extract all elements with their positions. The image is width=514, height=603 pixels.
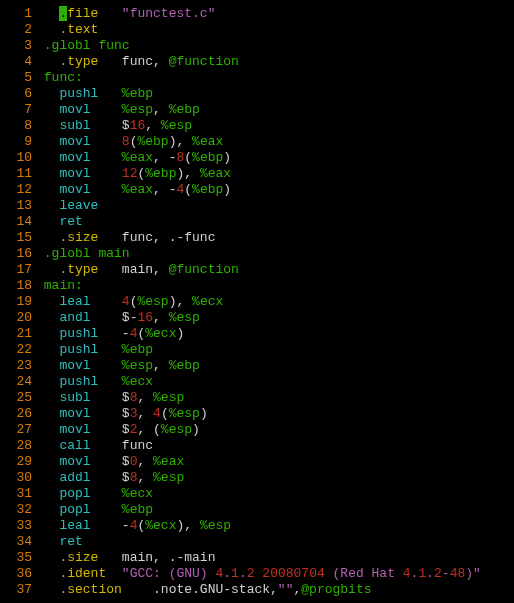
tok-pl	[36, 390, 59, 405]
tok-red: 4	[153, 406, 161, 421]
tok-pl	[36, 502, 59, 517]
code-line-37: 37 .section .note.GNU-stack,"",@progbits	[4, 582, 510, 598]
tok-pl	[36, 358, 59, 373]
tok-dir: .ident	[59, 566, 121, 581]
tok-num: 35	[4, 550, 32, 566]
code-line-5: 5 func:	[4, 70, 510, 86]
tok-op: addl	[59, 470, 121, 485]
tok-reg: %ebp	[192, 182, 223, 197]
tok-red: 1	[231, 566, 239, 581]
tok-red: 16	[130, 118, 146, 133]
tok-pl	[36, 326, 59, 341]
tok-num: 20	[4, 310, 32, 326]
tok-num: 36	[4, 566, 32, 582]
tok-reg: %ecx	[192, 294, 223, 309]
tok-reg: %esp	[137, 294, 168, 309]
tok-str: "functest.c"	[122, 6, 216, 21]
tok-red: 2	[247, 566, 255, 581]
tok-num: 9	[4, 134, 32, 150]
tok-op: leal	[59, 518, 121, 533]
tok-pl	[36, 6, 59, 21]
tok-num: 11	[4, 166, 32, 182]
tok-str: .	[239, 566, 247, 581]
code-line-13: 13 leave	[4, 198, 510, 214]
code-line-4: 4 .type func, @function	[4, 54, 510, 70]
tok-num: 15	[4, 230, 32, 246]
tok-pl: )	[223, 182, 231, 197]
tok-pl: , (	[137, 422, 160, 437]
code-line-29: 29 movl $0, %eax	[4, 454, 510, 470]
code-line-18: 18 main:	[4, 278, 510, 294]
code-line-11: 11 movl 12(%ebp), %eax	[4, 166, 510, 182]
tok-num: 23	[4, 358, 32, 374]
tok-pl: func, .-func	[122, 230, 216, 245]
tok-reg: %esp	[122, 102, 153, 117]
tok-pl	[36, 166, 59, 181]
tok-str: (Red Hat	[325, 566, 403, 581]
tok-reg: %esp	[169, 406, 200, 421]
tok-num: 24	[4, 374, 32, 390]
tok-pl	[36, 566, 59, 581]
tok-str: )"	[465, 566, 481, 581]
code-line-28: 28 call func	[4, 438, 510, 454]
tok-reg: %esp	[161, 118, 192, 133]
tok-op: movl	[59, 358, 121, 373]
tok-pl: )	[223, 150, 231, 165]
code-line-21: 21 pushl -4(%ecx)	[4, 326, 510, 342]
tok-reg: %esp	[153, 470, 184, 485]
tok-num: 28	[4, 438, 32, 454]
tok-op: call	[59, 438, 121, 453]
code-line-12: 12 movl %eax, -4(%ebp)	[4, 182, 510, 198]
tok-reg: %eax	[153, 454, 184, 469]
tok-num: 37	[4, 582, 32, 598]
tok-red: 4	[403, 566, 411, 581]
tok-op: popl	[59, 502, 121, 517]
tok-pl: $	[122, 422, 130, 437]
tok-red: 8	[122, 134, 130, 149]
tok-op: movl	[59, 454, 121, 469]
tok-pl: func,	[122, 54, 169, 69]
tok-str: ""	[278, 582, 294, 597]
code-line-24: 24 pushl %ecx	[4, 374, 510, 390]
tok-num: 31	[4, 486, 32, 502]
tok-op: ret	[59, 214, 82, 229]
tok-pl	[36, 262, 59, 277]
tok-pl: ,	[153, 310, 169, 325]
tok-reg: %eax	[122, 150, 153, 165]
tok-op: pushl	[59, 374, 121, 389]
code-line-25: 25 subl $8, %esp	[4, 390, 510, 406]
tok-op: movl	[59, 166, 121, 181]
tok-pl	[36, 54, 59, 69]
tok-op: leal	[59, 294, 121, 309]
code-line-26: 26 movl $3, 4(%esp)	[4, 406, 510, 422]
tok-pl: (	[184, 182, 192, 197]
tok-str: "GCC: (GNU)	[122, 566, 216, 581]
tok-pl	[36, 422, 59, 437]
tok-pl	[36, 86, 59, 101]
tok-reg: .globl func	[44, 38, 130, 53]
tok-op: popl	[59, 486, 121, 501]
tok-num: 3	[4, 38, 32, 54]
tok-pl	[36, 118, 59, 133]
tok-pl: $	[122, 118, 130, 133]
tok-pl	[36, 534, 59, 549]
tok-pl	[36, 102, 59, 117]
tok-pl	[36, 374, 59, 389]
tok-reg: %ebp	[169, 102, 200, 117]
tok-pl: ),	[176, 518, 199, 533]
tok-pl	[36, 198, 59, 213]
code-line-15: 15 .size func, .-func	[4, 230, 510, 246]
tok-op: subl	[59, 118, 121, 133]
tok-num: 29	[4, 454, 32, 470]
code-line-6: 6 pushl %ebp	[4, 86, 510, 102]
tok-num: 19	[4, 294, 32, 310]
code-line-10: 10 movl %eax, -8(%ebp)	[4, 150, 510, 166]
code-line-9: 9 movl 8(%ebp), %eax	[4, 134, 510, 150]
tok-num: 6	[4, 86, 32, 102]
tok-op: ret	[59, 534, 82, 549]
tok-reg: %eax	[192, 134, 223, 149]
tok-pl: , -	[153, 182, 176, 197]
tok-red: 20080704	[262, 566, 324, 581]
tok-pl	[36, 214, 59, 229]
tok-reg: @function	[169, 262, 239, 277]
